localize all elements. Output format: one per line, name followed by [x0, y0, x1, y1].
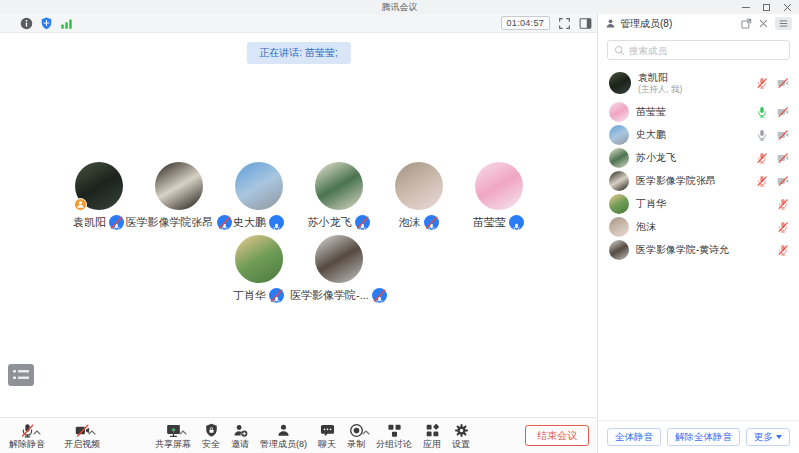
participant-avatar	[315, 162, 363, 210]
window-title: 腾讯会议	[0, 0, 799, 14]
mic-muted-icon[interactable]	[756, 152, 768, 164]
invite-icon	[233, 423, 248, 438]
member-row[interactable]: 医学影像学院张昂	[598, 169, 799, 192]
popout-icon[interactable]	[741, 18, 752, 29]
member-status-icons	[777, 198, 789, 210]
search-icon	[614, 45, 625, 56]
topbar-left-icons	[20, 17, 73, 30]
toolbar-button-label: 聊天	[318, 440, 336, 449]
camera-off-icon[interactable]	[777, 77, 789, 89]
minimize-icon[interactable]	[742, 7, 750, 8]
camera-off-icon[interactable]	[777, 152, 789, 164]
mic-on-badge-icon	[509, 215, 524, 230]
participant-tile[interactable]: 丁肖华	[230, 235, 288, 303]
member-row[interactable]: 史大鹏	[598, 123, 799, 146]
meeting-info-icon[interactable]	[20, 17, 33, 30]
participant-tile[interactable]: 泡沫	[390, 162, 448, 230]
toolbar-apps-button[interactable]: 应用	[420, 418, 444, 453]
toolbar-breakout-button[interactable]: 分组讨论	[373, 418, 415, 453]
maximize-icon[interactable]	[763, 4, 770, 11]
toolbar-security-button[interactable]: 安全	[199, 418, 223, 453]
member-status-icons	[756, 106, 789, 118]
mic-muted-icon[interactable]	[756, 77, 768, 89]
toolbar-record-button[interactable]: 录制	[344, 418, 368, 453]
participant-tile[interactable]: 医学影像学院-...	[310, 235, 368, 303]
member-row[interactable]: 医学影像学院-黄诗允	[598, 238, 799, 261]
fullscreen-icon[interactable]	[558, 17, 571, 30]
toolbar-button-label: 应用	[423, 440, 441, 449]
layout-toggle-icon[interactable]	[579, 17, 592, 30]
member-row[interactable]: 苏小龙飞	[598, 146, 799, 169]
participant-tile[interactable]: 医学影像学院张昂	[150, 162, 208, 230]
close-icon[interactable]	[783, 3, 792, 12]
toolbar-members-button[interactable]: 管理成员(8)	[257, 418, 310, 453]
mic-active-icon[interactable]	[756, 106, 768, 118]
apps-icon	[425, 423, 440, 438]
participant-name: 泡沫	[399, 215, 421, 230]
panel-header: 管理成员(8)	[598, 14, 799, 33]
chevron-up-icon[interactable]	[88, 430, 96, 435]
participant-tile[interactable]: 苏小龙飞	[310, 162, 368, 230]
members-person-icon	[605, 18, 616, 29]
mic-muted-icon[interactable]	[756, 175, 768, 187]
member-row[interactable]: 泡沫	[598, 215, 799, 238]
participant-tile[interactable]: 袁凯阳	[70, 162, 128, 230]
member-name: 苗莹莹	[636, 106, 666, 118]
participant-tile[interactable]: 史大鹏	[230, 162, 288, 230]
member-name: 史大鹏	[636, 129, 666, 141]
participant-name-row: 丁肖华	[233, 288, 284, 303]
view-toggle-button[interactable]	[8, 364, 34, 386]
mute-all-button[interactable]: 全体静音	[607, 428, 661, 446]
member-status-icons	[756, 152, 789, 164]
toolbar-camera-off-button[interactable]: 开启视频	[61, 418, 103, 453]
security-shield-icon[interactable]	[40, 17, 53, 30]
toolbar-chat-button[interactable]: 聊天	[315, 418, 339, 453]
member-avatar	[609, 240, 629, 260]
participant-tile[interactable]: 苗莹莹	[470, 162, 528, 230]
panel-footer: 全体静音解除全体静音更多	[598, 420, 799, 453]
mic-muted-icon[interactable]	[777, 221, 789, 233]
end-meeting-button[interactable]: 结束会议	[525, 425, 589, 446]
member-name: 医学影像学院-黄诗允	[636, 244, 729, 256]
member-row[interactable]: 苗莹莹	[598, 100, 799, 123]
participant-name: 医学影像学院-...	[290, 288, 369, 303]
mic-muted-icon[interactable]	[777, 244, 789, 256]
more-button[interactable]: 更多	[746, 428, 790, 446]
member-row[interactable]: 袁凯阳(主持人, 我)	[598, 66, 799, 100]
member-role-label: (主持人, 我)	[638, 84, 682, 94]
toolbar-button-label: 录制	[347, 440, 365, 449]
participant-name-row: 医学影像学院张昂	[126, 215, 232, 230]
security-icon	[204, 423, 219, 438]
participant-name-row: 泡沫	[399, 215, 439, 230]
chevron-up-icon[interactable]	[179, 430, 187, 435]
panel-menu-button[interactable]	[775, 17, 792, 30]
mic-on-icon[interactable]	[756, 129, 768, 141]
toolbar-share-screen-button[interactable]: 共享屏幕	[152, 418, 194, 453]
members-panel: 管理成员(8) 袁凯阳(主持人, 我)苗莹莹史大鹏苏小龙飞医学影像学院张昂丁肖华…	[597, 14, 799, 453]
participant-name-row: 苗莹莹	[473, 215, 524, 230]
member-avatar	[609, 102, 629, 122]
camera-off-icon[interactable]	[777, 106, 789, 118]
chevron-up-icon[interactable]	[362, 430, 370, 435]
participant-name-row: 史大鹏	[233, 215, 284, 230]
close-panel-icon[interactable]	[758, 18, 769, 29]
mic-muted-icon[interactable]	[777, 198, 789, 210]
chevron-up-icon[interactable]	[33, 430, 41, 435]
member-row[interactable]: 丁肖华	[598, 192, 799, 215]
camera-off-icon[interactable]	[777, 175, 789, 187]
search-input[interactable]	[629, 45, 783, 56]
camera-off-icon[interactable]	[777, 129, 789, 141]
toolbar-button-label: 共享屏幕	[155, 440, 191, 449]
toolbar-mic-off-button[interactable]: 解除静音	[6, 418, 48, 453]
unmute-all-button[interactable]: 解除全体静音	[667, 428, 740, 446]
member-avatar	[609, 125, 629, 145]
member-avatar	[609, 72, 631, 94]
meeting-timer: 01:04:57	[501, 16, 550, 30]
toolbar-invite-button[interactable]: 邀请	[228, 418, 252, 453]
member-avatar	[609, 194, 629, 214]
participant-avatar	[75, 162, 123, 210]
member-avatar	[609, 171, 629, 191]
network-quality-icon[interactable]	[60, 17, 73, 30]
toolbar-settings-button[interactable]: 设置	[449, 418, 473, 453]
toolbar-button-label: 设置	[452, 440, 470, 449]
